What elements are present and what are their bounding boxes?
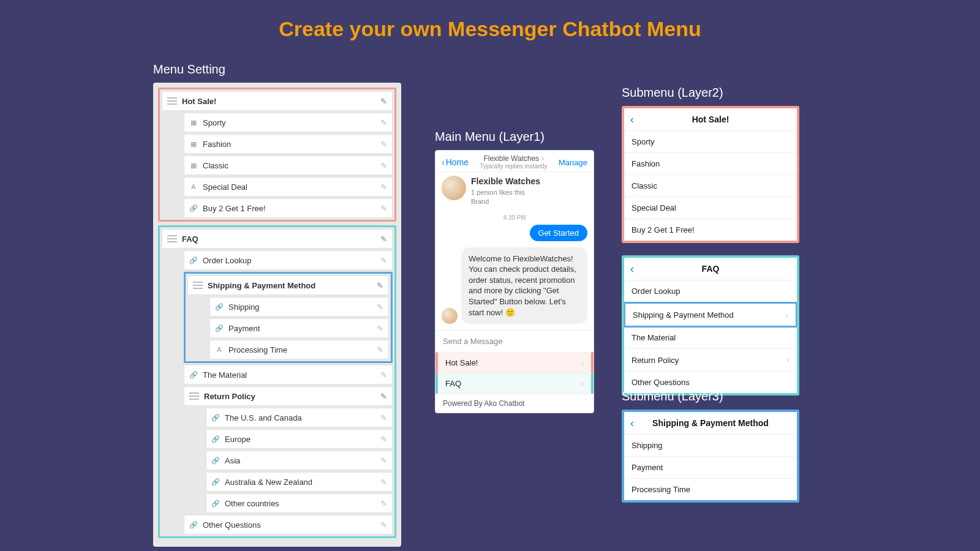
menu-header-faq[interactable]: FAQ ✎	[162, 229, 393, 249]
card-icon: ▦	[189, 118, 198, 127]
edit-icon[interactable]: ✎	[380, 413, 387, 422]
menu-group-faq: FAQ ✎ 🔗Order Lookup✎ Shipping & Payment …	[158, 225, 396, 538]
link-icon: 🔗	[189, 256, 198, 264]
submenu-layer3-section: Submenu (Layer3) ‹Shipping & Payment Met…	[622, 389, 799, 515]
link-icon: 🔗	[211, 413, 220, 422]
messenger-footer[interactable]: Powered By Ako Chatbot	[435, 394, 594, 413]
edit-icon[interactable]: ✎	[380, 392, 387, 401]
link-icon: 🔗	[189, 370, 198, 379]
back-button[interactable]: ‹	[630, 113, 634, 126]
edit-icon[interactable]: ✎	[377, 345, 383, 354]
menu-header-label: FAQ	[182, 234, 380, 244]
chat-profile: Flexible Watches 1 person likes this Bra…	[435, 172, 594, 212]
profile-brand: Brand	[471, 197, 540, 206]
menu-header-shipping-payment[interactable]: Shipping & Payment Method ✎	[187, 276, 389, 295]
submenu-item[interactable]: Fashion	[624, 153, 797, 175]
edit-icon[interactable]: ✎	[380, 204, 387, 213]
main-menu-item-hot-sale[interactable]: Hot Sale!›	[435, 352, 594, 373]
timestamp: 4:39 PM	[435, 213, 594, 222]
edit-icon[interactable]: ✎	[380, 234, 387, 244]
submenu-header: ‹Hot Sale!	[624, 108, 797, 131]
menu-item[interactable]: 🔗Asia✎	[206, 451, 393, 470]
edit-icon[interactable]: ✎	[380, 520, 387, 530]
link-icon: 🔗	[215, 324, 224, 332]
main-menu-item-faq[interactable]: FAQ›	[435, 373, 594, 394]
edit-icon[interactable]: ✎	[380, 140, 387, 149]
link-icon: 🔗	[211, 478, 220, 486]
edit-icon[interactable]: ✎	[380, 478, 387, 487]
submenu-item[interactable]: Special Deal	[624, 197, 797, 219]
submenu-item[interactable]: Order Lookup	[624, 280, 797, 302]
menu-item[interactable]: 🔗Australia & New Zealand✎	[206, 472, 393, 492]
menu-item[interactable]: ▦Sporty✎	[184, 113, 393, 132]
message-input[interactable]: Send a Message	[435, 330, 594, 352]
menu-item[interactable]: 🔗Other Questions✎	[184, 515, 393, 534]
menu-item[interactable]: ▦Classic✎	[184, 156, 393, 175]
edit-icon[interactable]: ✎	[380, 370, 387, 380]
edit-icon[interactable]: ✎	[377, 324, 383, 333]
submenu2-label: Submenu (Layer2)	[622, 86, 799, 100]
menu-header-hot-sale[interactable]: Hot Sale! ✎	[162, 91, 393, 111]
submenu-item[interactable]: Sporty	[624, 131, 797, 153]
menu-item[interactable]: 🔗Buy 2 Get 1 Free!✎	[184, 198, 393, 218]
edit-icon[interactable]: ✎	[380, 182, 387, 192]
link-icon: 🔗	[211, 456, 220, 465]
submenu-item[interactable]: Buy 2 Get 1 Free!	[624, 219, 797, 241]
menu-item[interactable]: 🔗Europe✎	[206, 429, 393, 449]
submenu-item[interactable]: Payment	[624, 457, 797, 479]
chevron-right-icon: ›	[786, 355, 790, 365]
menu-item[interactable]: 🔗Other countries✎	[206, 493, 393, 513]
home-button[interactable]: ‹Home	[442, 157, 469, 167]
submenu-item[interactable]: Return Policy›	[624, 349, 797, 372]
drag-handle-icon[interactable]	[189, 392, 199, 400]
chevron-left-icon: ‹	[442, 157, 445, 167]
menu-item[interactable]: AProcessing Time✎	[209, 340, 389, 359]
edit-icon[interactable]: ✎	[380, 435, 387, 444]
edit-icon[interactable]: ✎	[377, 281, 383, 290]
submenu-item[interactable]: Shipping	[624, 435, 797, 457]
drag-handle-icon[interactable]	[167, 235, 177, 242]
menu-item[interactable]: ▦Fashion✎	[184, 134, 393, 154]
chat-title[interactable]: Flexible Watches ›Typically replies inst…	[480, 154, 548, 170]
menu-setting-section: Menu Setting Hot Sale! ✎ ▦Sporty✎ ▦Fashi…	[153, 62, 401, 547]
submenu-header: ‹Shipping & Payment Method	[624, 412, 797, 435]
submenu-layer2-section: Submenu (Layer2) ‹Hot Sale! Sporty Fashi…	[622, 86, 799, 408]
text-icon: A	[215, 345, 224, 354]
chevron-right-icon: ›	[581, 379, 584, 388]
drag-handle-icon[interactable]	[167, 97, 177, 105]
menu-item[interactable]: 🔗Order Lookup✎	[184, 250, 393, 270]
main-menu-label: Main Menu (Layer1)	[435, 130, 594, 144]
menu-item[interactable]: 🔗Payment✎	[209, 318, 389, 338]
menu-item[interactable]: 🔗The Material✎	[184, 365, 393, 384]
submenu-item[interactable]: The Material	[624, 327, 797, 349]
menu-item[interactable]: 🔗Shipping✎	[209, 297, 389, 317]
chevron-right-icon: ›	[581, 358, 584, 367]
back-button[interactable]: ‹	[630, 417, 634, 430]
edit-icon[interactable]: ✎	[380, 118, 387, 127]
menu-group-shipping-payment: Shipping & Payment Method ✎ 🔗Shipping✎ 🔗…	[184, 272, 393, 363]
edit-icon[interactable]: ✎	[380, 256, 387, 265]
back-button[interactable]: ‹	[630, 263, 634, 276]
submenu-item[interactable]: Classic	[624, 175, 797, 197]
menu-item[interactable]: ASpecial Deal✎	[184, 177, 393, 197]
edit-icon[interactable]: ✎	[380, 97, 387, 106]
message-row: Welcome to FlexibleWatches! You can chec…	[435, 244, 594, 330]
submenu-item-shipping-payment[interactable]: Shipping & Payment Method›	[624, 302, 797, 328]
messenger-header: ‹Home Flexible Watches ›Typically replie…	[435, 151, 594, 172]
get-started-button[interactable]: Get Started	[530, 225, 587, 241]
menu-item[interactable]: 🔗The U.S. and Canada✎	[206, 408, 393, 427]
edit-icon[interactable]: ✎	[380, 161, 387, 170]
edit-icon[interactable]: ✎	[380, 456, 387, 465]
menu-setting-label: Menu Setting	[153, 62, 401, 77]
submenu-item[interactable]: Processing Time	[624, 479, 797, 500]
edit-icon[interactable]: ✎	[380, 499, 387, 508]
profile-name: Flexible Watches	[471, 176, 540, 188]
edit-icon[interactable]: ✎	[377, 302, 383, 312]
submenu-hot-sale: ‹Hot Sale! Sporty Fashion Classic Specia…	[622, 106, 799, 243]
card-icon: ▦	[189, 140, 198, 148]
menu-header-return-policy[interactable]: Return Policy ✎	[184, 386, 393, 406]
manage-button[interactable]: Manage	[559, 158, 587, 167]
link-icon: 🔗	[215, 302, 224, 311]
menu-header-label: Hot Sale!	[182, 97, 380, 106]
drag-handle-icon[interactable]	[193, 282, 203, 289]
